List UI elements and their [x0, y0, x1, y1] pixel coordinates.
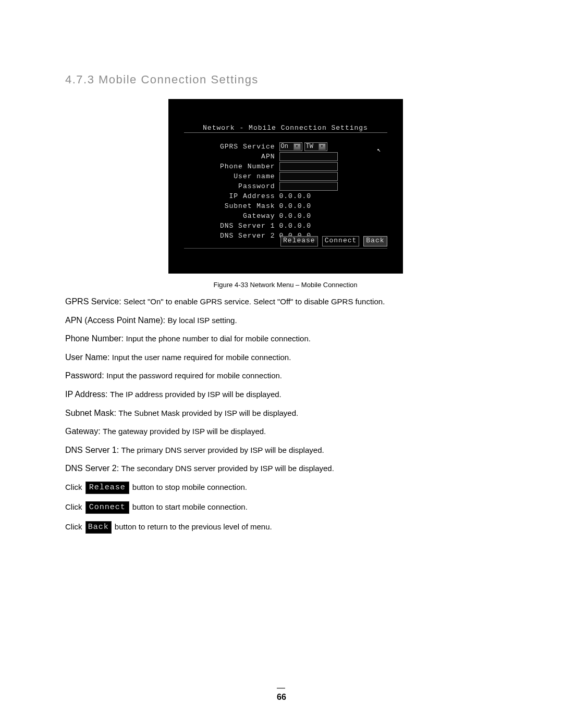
- back-inline-button: Back: [85, 521, 112, 534]
- back-instruction: Click Back button to return to the previ…: [65, 521, 506, 534]
- back-button[interactable]: Back: [363, 236, 387, 246]
- chevron-down-icon: ▾: [293, 143, 301, 150]
- apn-label: APN: [197, 152, 279, 162]
- term: DNS Server 1:: [65, 446, 121, 454]
- desc: Input the user name required for mobile …: [112, 353, 291, 362]
- ip-paragraph: IP Address: The IP address provided by I…: [65, 389, 506, 400]
- password-row: Password: [197, 181, 374, 191]
- ip-address-label: IP Address: [197, 191, 279, 201]
- desc: Input the password required for mobile c…: [106, 371, 282, 380]
- divider: [184, 248, 387, 249]
- gateway-value: 0.0.0.0: [279, 211, 312, 221]
- gprs-service-row: GPRS Service On ▾ TW ▾: [197, 142, 374, 152]
- apn-input[interactable]: [279, 152, 338, 161]
- phone-number-row: Phone Number: [197, 162, 374, 171]
- apn-paragraph: APN (Access Point Name): By local ISP se…: [65, 315, 506, 326]
- gprs-region-select[interactable]: TW ▾: [304, 142, 327, 151]
- release-inline-button: Release: [85, 482, 129, 494]
- term: Gateway:: [65, 427, 103, 436]
- desc: The gateway provided by ISP will be disp…: [103, 427, 266, 436]
- desc: button to return to the previous level o…: [115, 522, 272, 531]
- connect-inline-button: Connect: [85, 501, 129, 514]
- document-page: 4.7.3 Mobile Connection Settings Network…: [0, 0, 563, 728]
- user-paragraph: User Name: Input the user name required …: [65, 352, 506, 363]
- term: Phone Number:: [65, 334, 126, 343]
- gateway-label: Gateway: [197, 211, 279, 221]
- desc: By local ISP setting.: [168, 316, 237, 325]
- desc: Select "On" to enable GPRS service. Sele…: [124, 297, 385, 306]
- gateway-paragraph: Gateway: The gateway provided by ISP wil…: [65, 426, 506, 437]
- user-name-label: User name: [197, 171, 279, 181]
- footer-dash: —: [0, 683, 563, 693]
- gprs-region-value: TW: [306, 142, 316, 152]
- connect-button[interactable]: Connect: [322, 236, 360, 246]
- desc: button to stop mobile connection.: [132, 483, 247, 491]
- form-area: GPRS Service On ▾ TW ▾ APN Phone Number: [197, 142, 374, 241]
- dns1-value: 0.0.0.0: [279, 221, 312, 231]
- gprs-service-label: GPRS Service: [197, 142, 279, 152]
- screenshot-frame: Network - Mobile Connection Settings ↖ G…: [168, 99, 403, 274]
- click-text: Click: [65, 522, 84, 531]
- ip-address-value: 0.0.0.0: [279, 191, 312, 201]
- user-name-input[interactable]: [279, 172, 338, 181]
- term: IP Address:: [65, 390, 110, 399]
- subnet-mask-row: Subnet Mask 0.0.0.0: [197, 201, 374, 211]
- button-row: Release Connect Back: [280, 236, 387, 246]
- password-input[interactable]: [279, 182, 338, 191]
- term: User Name:: [65, 353, 112, 362]
- subnet-mask-label: Subnet Mask: [197, 201, 279, 211]
- click-text: Click: [65, 502, 84, 511]
- page-number: 66: [0, 693, 563, 702]
- desc: The IP address provided by ISP will be d…: [110, 390, 282, 399]
- click-text: Click: [65, 483, 84, 491]
- release-button[interactable]: Release: [280, 236, 318, 246]
- dns2-paragraph: DNS Server 2: The secondary DNS server p…: [65, 463, 506, 474]
- gprs-on-value: On: [281, 142, 291, 152]
- term: Subnet Mask:: [65, 409, 118, 417]
- release-instruction: Click Release button to stop mobile conn…: [65, 482, 506, 494]
- page-footer: — 66: [0, 683, 563, 702]
- apn-row: APN: [197, 152, 374, 162]
- section-heading: 4.7.3 Mobile Connection Settings: [65, 73, 506, 87]
- subnet-mask-value: 0.0.0.0: [279, 201, 312, 211]
- dns1-label: DNS Server 1: [197, 221, 279, 231]
- desc: The Subnet Mask provided by ISP will be …: [118, 409, 298, 417]
- term: DNS Server 2:: [65, 464, 121, 473]
- desc: The primary DNS server provided by ISP w…: [121, 446, 324, 454]
- dns2-label: DNS Server 2: [197, 231, 279, 241]
- phone-paragraph: Phone Number: Input the phone number to …: [65, 333, 506, 344]
- subnet-paragraph: Subnet Mask: The Subnet Mask provided by…: [65, 408, 506, 419]
- figure-caption: Figure 4-33 Network Menu – Mobile Connec…: [213, 281, 357, 289]
- password-label: Password: [197, 181, 279, 191]
- gprs-on-select[interactable]: On ▾: [279, 142, 302, 151]
- desc: Input the phone number to dial for mobil…: [126, 334, 311, 343]
- desc: button to start mobile connection.: [132, 502, 248, 511]
- gprs-paragraph: GPRS Service: Select "On" to enable GPRS…: [65, 296, 506, 307]
- dns1-paragraph: DNS Server 1: The primary DNS server pro…: [65, 445, 506, 456]
- term: GPRS Service:: [65, 297, 124, 306]
- divider: [184, 132, 387, 133]
- ip-address-row: IP Address 0.0.0.0: [197, 191, 374, 201]
- dns1-row: DNS Server 1 0.0.0.0: [197, 221, 374, 231]
- term: APN (Access Point Name):: [65, 316, 168, 325]
- screenshot-title: Network - Mobile Connection Settings: [168, 124, 403, 132]
- gateway-row: Gateway 0.0.0.0: [197, 211, 374, 221]
- body-text: GPRS Service: Select "On" to enable GPRS…: [65, 296, 506, 534]
- phone-number-label: Phone Number: [197, 162, 279, 171]
- desc: The secondary DNS server provided by ISP…: [121, 464, 334, 473]
- connect-instruction: Click Connect button to start mobile con…: [65, 501, 506, 514]
- phone-number-input[interactable]: [279, 162, 338, 171]
- password-paragraph: Password: Input the password required fo…: [65, 370, 506, 381]
- chevron-down-icon: ▾: [319, 143, 326, 150]
- user-name-row: User name: [197, 171, 374, 181]
- cursor-icon: ↖: [377, 146, 381, 154]
- term: Password:: [65, 371, 106, 380]
- figure-wrap: Network - Mobile Connection Settings ↖ G…: [65, 99, 506, 289]
